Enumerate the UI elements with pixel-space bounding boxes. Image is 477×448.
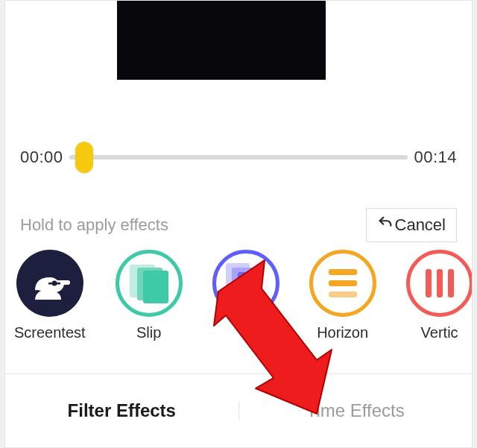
svg-rect-1 (48, 283, 60, 285)
video-preview[interactable] (117, 1, 326, 80)
tab-time-effects[interactable]: Time Effects (239, 396, 473, 426)
effect-vertical[interactable]: Vertic (406, 250, 472, 341)
timeline-start-label: 00:00 (20, 148, 63, 167)
slip-icon (116, 250, 183, 317)
effect-label: Screentest (14, 324, 86, 341)
tab-filter-effects[interactable]: Filter Effects (5, 396, 238, 426)
effect-label: Vertic (421, 324, 458, 341)
timeline: 00:00 00:14 (20, 142, 457, 172)
unnamed-effect-icon (212, 250, 279, 317)
cancel-button-label: Cancel (395, 215, 446, 235)
effect-unnamed[interactable] (212, 250, 279, 341)
effect-screentest[interactable]: Screentest (14, 250, 86, 341)
timeline-track-bar (69, 155, 408, 160)
cancel-button[interactable]: Cancel (366, 208, 457, 242)
effects-strip[interactable]: Screentest Slip (14, 250, 472, 341)
horizon-icon (309, 250, 376, 317)
divider (5, 373, 472, 374)
hold-hint-text: Hold to apply effects (20, 215, 168, 235)
effect-slip[interactable]: Slip (116, 250, 183, 341)
effects-editor-panel: 00:00 00:14 Hold to apply effects Cancel (4, 0, 473, 448)
timeline-playhead[interactable] (75, 142, 93, 173)
effect-label: Horizon (317, 324, 368, 341)
screentest-icon (16, 250, 83, 317)
tab-row: Filter Effects Time Effects (5, 396, 472, 426)
undo-icon (377, 215, 394, 236)
timeline-track[interactable] (69, 142, 408, 172)
timeline-end-label: 00:14 (414, 148, 457, 167)
vertical-icon (406, 250, 472, 317)
hint-row: Hold to apply effects Cancel (20, 208, 457, 242)
effect-label: Slip (136, 324, 161, 341)
effect-horizon[interactable]: Horizon (309, 250, 376, 341)
